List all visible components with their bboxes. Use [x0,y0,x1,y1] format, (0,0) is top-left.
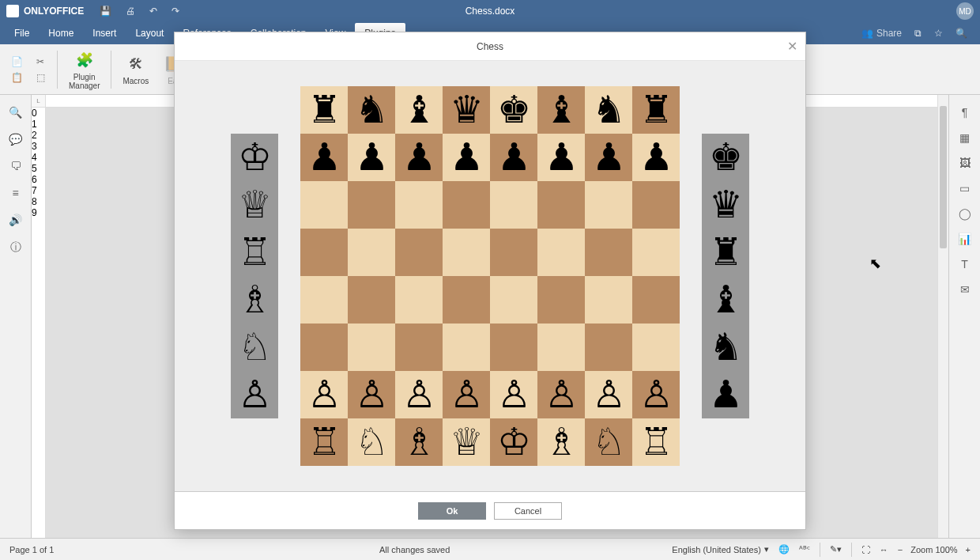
board-square[interactable] [537,181,585,229]
board-square[interactable]: ♜ [300,86,348,134]
board-square[interactable]: ♗ [537,418,585,466]
board-square[interactable]: ♝ [537,86,585,134]
board-square[interactable] [537,229,585,276]
tray-piece-bN[interactable]: ♞ [702,324,749,371]
board-square[interactable]: ♛ [443,86,490,134]
undo-icon[interactable]: ↶ [149,6,157,17]
user-avatar[interactable]: MD [956,2,974,20]
board-square[interactable]: ♞ [348,86,395,134]
chat-icon[interactable]: 🗨 [10,160,21,172]
image-settings-icon[interactable]: 🖼 [959,157,971,169]
board-square[interactable] [632,181,680,229]
ok-button[interactable]: Ok [418,502,486,520]
board-square[interactable]: ♙ [443,371,490,418]
about-icon[interactable]: ⓘ [10,240,21,255]
menu-home[interactable]: Home [39,23,83,44]
zoom-in-icon[interactable]: + [966,545,971,554]
tray-piece-wN[interactable]: ♘ [231,324,278,371]
language-selector[interactable]: English (United States) ▾ [672,544,769,554]
tray-piece-bR[interactable]: ♜ [702,229,749,276]
spellcheck-icon[interactable]: 🌐 [778,544,790,554]
table-settings-icon[interactable]: ▦ [959,131,970,144]
board-square[interactable]: ♙ [537,371,585,418]
board-square[interactable]: ♟ [443,134,490,181]
print-icon[interactable]: 🖨 [126,6,135,17]
mail-merge-icon[interactable]: ✉ [960,283,970,296]
favorite-icon[interactable]: ☆ [934,28,943,39]
board-square[interactable]: ♟ [632,134,680,181]
text-art-icon[interactable]: T [961,258,968,271]
board-square[interactable] [490,181,537,229]
board-square[interactable]: ♝ [395,86,443,134]
board-square[interactable]: ♟ [585,134,632,181]
tray-piece-wK[interactable]: ♔ [231,134,278,181]
board-square[interactable] [490,229,537,276]
board-square[interactable] [443,181,490,229]
board-square[interactable]: ♙ [348,371,395,418]
board-square[interactable]: ♙ [632,371,680,418]
tray-piece-bK[interactable]: ♚ [702,134,749,181]
board-square[interactable]: ♚ [490,86,537,134]
board-square[interactable] [348,181,395,229]
search-icon[interactable]: 🔍 [956,28,967,39]
board-square[interactable] [300,181,348,229]
navigation-icon[interactable]: ≡ [12,187,18,199]
scroll-thumb[interactable] [940,106,947,248]
board-square[interactable] [632,324,680,371]
menu-insert[interactable]: Insert [83,23,126,44]
zoom-out-icon[interactable]: − [898,545,903,554]
find-icon[interactable]: 🔍 [9,106,22,119]
board-square[interactable]: ♔ [490,418,537,466]
plugin-manager-button[interactable]: 🧩 Plugin Manager [64,46,104,93]
vertical-scrollbar[interactable] [937,95,948,538]
chess-board[interactable]: ♜♞♝♛♚♝♞♜♟♟♟♟♟♟♟♟♙♙♙♙♙♙♙♙♖♘♗♕♔♗♘♖ [300,86,680,466]
cut-icon[interactable]: ✂ [33,56,47,67]
redo-icon[interactable]: ↷ [172,6,179,17]
board-square[interactable] [632,229,680,276]
save-icon[interactable]: 💾 [100,6,111,17]
spellcheck-abc-icon[interactable]: ᴬᴮᶜ [799,544,810,554]
paste-icon[interactable]: 📋 [9,72,24,83]
page-indicator[interactable]: Page 1 of 1 [9,545,54,554]
tray-piece-wR[interactable]: ♖ [231,229,278,276]
board-square[interactable] [395,276,443,324]
open-location-icon[interactable]: ⧉ [914,28,922,39]
board-square[interactable] [348,229,395,276]
copy-icon[interactable]: 📄 [9,56,24,67]
board-square[interactable] [585,276,632,324]
board-square[interactable]: ♘ [348,418,395,466]
board-square[interactable]: ♕ [443,418,490,466]
header-footer-icon[interactable]: ▭ [959,182,970,195]
shape-settings-icon[interactable]: ◯ [959,207,971,220]
board-square[interactable] [537,276,585,324]
board-square[interactable] [300,229,348,276]
board-square[interactable]: ♙ [300,371,348,418]
board-square[interactable] [490,324,537,371]
board-square[interactable]: ♗ [395,418,443,466]
tray-piece-bQ[interactable]: ♛ [702,181,749,229]
board-square[interactable]: ♙ [585,371,632,418]
zoom-level[interactable]: Zoom 100% [910,545,957,554]
tray-piece-wQ[interactable]: ♕ [231,181,278,229]
board-square[interactable] [443,324,490,371]
board-square[interactable] [632,276,680,324]
board-square[interactable] [348,276,395,324]
tray-piece-wP[interactable]: ♙ [231,371,278,418]
board-square[interactable]: ♖ [300,418,348,466]
tray-piece-wB[interactable]: ♗ [231,276,278,324]
board-square[interactable] [443,276,490,324]
board-square[interactable]: ♘ [585,418,632,466]
tray-piece-bP[interactable]: ♟ [702,371,749,418]
menu-file[interactable]: File [5,23,39,44]
board-square[interactable]: ♟ [537,134,585,181]
fit-width-icon[interactable]: ↔ [880,545,888,554]
menu-layout[interactable]: Layout [126,23,173,44]
board-square[interactable]: ♞ [585,86,632,134]
dialog-header[interactable]: Chess ✕ [175,32,805,61]
cancel-button[interactable]: Cancel [494,502,562,520]
feedback-icon[interactable]: 🔊 [9,214,22,226]
chart-settings-icon[interactable]: 📊 [958,233,971,245]
board-square[interactable]: ♟ [490,134,537,181]
select-icon[interactable]: ⬚ [33,72,47,83]
board-square[interactable] [395,229,443,276]
